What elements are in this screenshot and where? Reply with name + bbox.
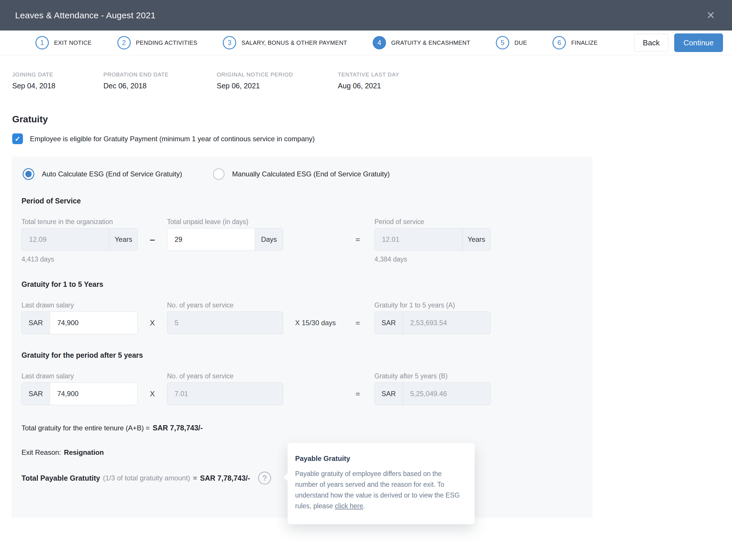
equals-operator: =	[341, 319, 374, 328]
click-here-link[interactable]: click here	[335, 502, 363, 510]
period-of-service-inputs: 12.09 Years – 29 Days = 12.01 Years	[22, 228, 593, 251]
info-value: Dec 06, 2018	[103, 82, 217, 90]
tentative-last-day: TENTATIVE LAST DAY Aug 06, 2021	[338, 71, 431, 90]
total-gratuity-amount: SAR 7,78,743/-	[153, 424, 203, 432]
step-number-badge: 1	[35, 36, 49, 49]
radio-label: Manually Calculated ESG (End of Service …	[232, 170, 390, 178]
unpaid-leave-label: Total unpaid leave (in days)	[167, 218, 283, 226]
step-label: GRATUITY & ENCASHMENT	[391, 40, 470, 46]
step-number-badge: 2	[117, 36, 131, 49]
help-icon[interactable]: ?	[258, 472, 271, 484]
stepper-actions: Back Continue	[634, 33, 723, 52]
modal-header: Leaves & Attendance - Augest 2021 ✕	[0, 0, 732, 31]
wizard-stepper: 1 EXIT NOTICE 2 PENDING ACTIVITIES 3 SAL…	[0, 31, 732, 55]
period-of-service-labels: Total tenure in the organization Total u…	[22, 218, 593, 226]
check-icon: ✓	[15, 135, 20, 143]
question-mark-glyph: ?	[263, 474, 267, 482]
period-of-service-label: Period of service	[374, 218, 491, 226]
years-of-service-label: No. of years of service	[167, 372, 283, 380]
step-label: PENDING ACTIVITIES	[136, 40, 198, 46]
unpaid-leave-unit: Days	[255, 228, 283, 251]
radio-selected-icon	[23, 168, 34, 180]
gratuity-1-to-5-labels: Last drawn salary No. of years of servic…	[22, 301, 593, 309]
tenure-label: Total tenure in the organization	[22, 218, 138, 226]
info-value: Sep 06, 2021	[217, 82, 338, 90]
unpaid-leave-input[interactable]: 29	[167, 228, 255, 251]
esg-mode-radio-row: Auto Calculate ESG (End of Service Gratu…	[22, 168, 593, 180]
stepper-step-due[interactable]: 5 DUE	[496, 36, 527, 49]
payable-gratuity-note: (1/3 of total gratuity amount)	[103, 474, 190, 482]
times-operator: X	[138, 389, 167, 398]
salary-label: Last drawn salary	[22, 301, 138, 309]
payable-gratuity-tooltip: Payable Gratuity Payable gratuity of emp…	[288, 443, 475, 524]
tenure-input-group: 12.09 Years	[22, 228, 138, 251]
auto-calculate-esg-radio[interactable]: Auto Calculate ESG (End of Service Gratu…	[23, 168, 182, 180]
years-of-service-input-group: 7.01	[167, 382, 283, 405]
currency-prefix: SAR	[375, 383, 403, 405]
tooltip-body-text: Payable gratuity of employee differs bas…	[295, 470, 459, 510]
joining-date: JOINING DATE Sep 04, 2018	[12, 71, 103, 90]
years-of-service-input: 7.01	[167, 383, 283, 405]
salary-label: Last drawn salary	[22, 372, 138, 380]
gratuity-after-5-inputs: SAR 74,900 X 7.01 = SAR 5,25,049.46	[22, 382, 593, 405]
period-of-service-input: 12.01	[375, 228, 462, 251]
equals-operator: =	[193, 474, 197, 482]
salary-input[interactable]: 74,900	[50, 383, 137, 405]
gratuity-1-to-5-inputs: SAR 74,900 X 5 X 15/30 days = SAR 2,53,6…	[22, 312, 593, 334]
gratuity-a-label: Gratuity for 1 to 5 years (A)	[374, 301, 491, 309]
salary-input-group: SAR 74,900	[22, 382, 138, 405]
salary-input[interactable]: 74,900	[50, 312, 137, 334]
close-icon[interactable]: ✕	[706, 10, 715, 21]
exit-reason-value: Resignation	[64, 448, 104, 457]
stepper-step-finalize[interactable]: 6 FINALIZE	[552, 36, 597, 49]
total-gratuity-line: Total gratuity for the entire tenure (A+…	[22, 424, 593, 432]
info-label: ORIGINAL NOTICE PERIOD	[217, 71, 338, 78]
gratuity-after-5-heading: Gratuity for the period after 5 years	[22, 351, 593, 359]
step-label: EXIT NOTICE	[54, 40, 92, 46]
total-gratuity-label: Total gratuity for the entire tenure (A+…	[22, 424, 150, 432]
tooltip-body: Payable gratuity of employee differs bas…	[295, 468, 461, 511]
currency-prefix: SAR	[375, 312, 403, 334]
eligibility-row: ✓ Employee is eligible for Gratuity Paym…	[12, 133, 732, 144]
gratuity-a-input-group: SAR 2,53,693.54	[374, 312, 491, 334]
gratuity-after-5-labels: Last drawn salary No. of years of servic…	[22, 372, 593, 380]
eligibility-label: Employee is eligible for Gratuity Paymen…	[30, 135, 315, 143]
step-label: DUE	[514, 40, 527, 46]
original-notice-period: ORIGINAL NOTICE PERIOD Sep 06, 2021	[217, 71, 338, 90]
radio-unselected-icon	[213, 168, 225, 180]
currency-prefix: SAR	[22, 312, 50, 334]
step-number-badge: 4	[373, 36, 386, 49]
stepper-step-salary-bonus[interactable]: 3 SALARY, BONUS & OTHER PAYMENT	[223, 36, 347, 49]
step-label: FINALIZE	[571, 40, 597, 46]
gratuity-b-input: 5,25,049.46	[403, 383, 490, 405]
payable-gratuity-label: Total Payable Gratutity	[22, 474, 100, 482]
stepper-step-pending-activities[interactable]: 2 PENDING ACTIVITIES	[117, 36, 198, 49]
back-button[interactable]: Back	[634, 34, 668, 52]
manual-calculate-esg-radio[interactable]: Manually Calculated ESG (End of Service …	[213, 168, 390, 180]
tenure-unit: Years	[109, 228, 137, 251]
step-number-badge: 6	[552, 36, 566, 49]
years-of-service-label: No. of years of service	[167, 301, 283, 309]
tooltip-body-suffix: .	[363, 502, 365, 510]
minus-operator: –	[138, 234, 167, 245]
payable-gratuity-amount: SAR 7,78,743/-	[200, 474, 250, 482]
probation-end-date: PROBATION END DATE Dec 06, 2018	[103, 71, 217, 90]
currency-prefix: SAR	[22, 383, 50, 405]
period-days-subtext: 4,384 days	[374, 255, 491, 263]
stepper-step-exit-notice[interactable]: 1 EXIT NOTICE	[35, 36, 92, 49]
eligibility-checkbox[interactable]: ✓	[12, 133, 23, 144]
info-label: JOINING DATE	[12, 71, 103, 78]
gratuity-section-heading: Gratuity	[12, 114, 732, 125]
step-number-badge: 3	[223, 36, 236, 49]
gratuity-b-label: Gratuity after 5 years (B)	[374, 372, 491, 380]
gratuity-b-input-group: SAR 5,25,049.46	[374, 382, 491, 405]
info-label: TENTATIVE LAST DAY	[338, 71, 431, 78]
employee-dates-row: JOINING DATE Sep 04, 2018 PROBATION END …	[0, 55, 732, 90]
equals-operator: =	[341, 235, 374, 244]
gratuity-1-to-5-heading: Gratuity for 1 to 5 Years	[22, 280, 593, 289]
period-of-service-subtext: 4,413 days 4,384 days	[22, 255, 593, 263]
stepper-step-gratuity-encashment[interactable]: 4 GRATUITY & ENCASHMENT	[373, 36, 470, 49]
info-value: Sep 04, 2018	[12, 82, 103, 90]
years-of-service-input-group: 5	[167, 312, 283, 334]
continue-button[interactable]: Continue	[674, 33, 723, 52]
